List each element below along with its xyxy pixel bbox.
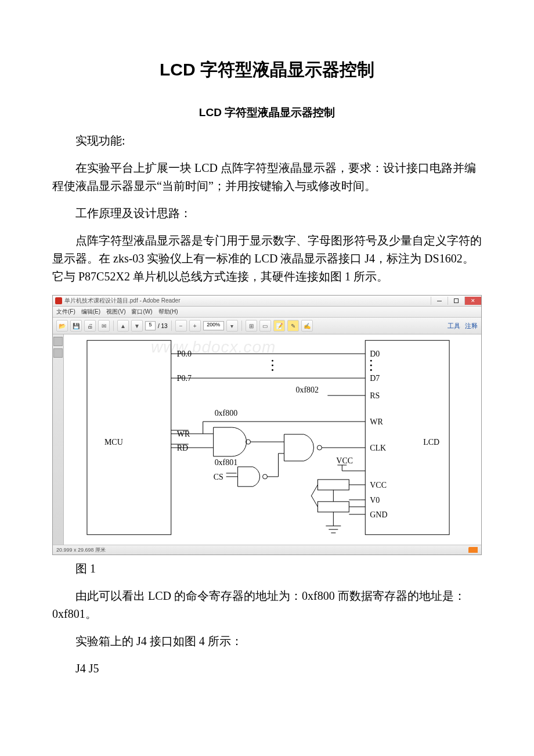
toolbar-page-input[interactable]: 5 bbox=[145, 321, 156, 330]
label-vcc: VCC bbox=[370, 481, 387, 489]
svg-point-4 bbox=[272, 365, 273, 366]
document-main-title: LCD 字符型液晶显示器控制 bbox=[52, 58, 482, 82]
window-maximize-button[interactable] bbox=[448, 297, 464, 305]
label-0xf800: 0xf800 bbox=[215, 409, 238, 417]
svg-point-3 bbox=[272, 360, 273, 362]
paragraph-j4-j5: J4 J5 bbox=[52, 660, 482, 678]
label-0xf801: 0xf801 bbox=[215, 458, 238, 467]
toolbar-sign-icon[interactable]: ✍ bbox=[301, 320, 313, 332]
toolbar-tool-icon[interactable]: ⊞ bbox=[246, 320, 257, 332]
toolbar-tools-link[interactable]: 工具 bbox=[448, 322, 460, 330]
svg-rect-31 bbox=[317, 502, 349, 512]
circuit-svg: MCU LCD P0.0 D0 P0.7 D bbox=[64, 334, 481, 545]
toolbar-zoom-out-icon[interactable]: − bbox=[175, 320, 187, 332]
toolbar-note-icon[interactable]: 📝 bbox=[273, 320, 285, 332]
svg-point-8 bbox=[370, 369, 372, 371]
menu-window[interactable]: 窗口(W) bbox=[131, 308, 152, 316]
menu-view[interactable]: 视图(V) bbox=[106, 308, 125, 316]
toolbar-mail-icon[interactable] bbox=[98, 320, 110, 332]
svg-point-25 bbox=[317, 445, 322, 450]
adobe-titlebar: 单片机技术课程设计题目.pdf - Adobe Reader bbox=[53, 296, 481, 307]
toolbar-next-page-icon[interactable]: ▼ bbox=[131, 320, 143, 332]
adobe-statusbar: 20.999 x 29.698 厘米 bbox=[53, 545, 481, 555]
adobe-app-icon bbox=[55, 297, 62, 304]
document-sub-title: LCD 字符型液晶显示器控制 bbox=[52, 105, 482, 120]
sidebar-bookmark-icon[interactable] bbox=[53, 348, 63, 358]
svg-point-5 bbox=[272, 369, 273, 371]
svg-rect-30 bbox=[317, 480, 349, 490]
svg-point-6 bbox=[370, 360, 372, 362]
label-lcd: LCD bbox=[423, 438, 439, 447]
figure-1-container: 单片机技术课程设计题目.pdf - Adobe Reader 文件(F) 编辑(… bbox=[52, 295, 482, 555]
toolbar-zoom-dropdown-icon[interactable]: ▾ bbox=[226, 320, 238, 332]
paragraph-principle-body: 点阵字符型液晶显示器是专门用于显示数字、字母图形符号及少量自定义字符的显示器。在… bbox=[52, 232, 482, 286]
toolbar-open-icon[interactable]: 📂 bbox=[56, 320, 68, 332]
toolbar-save-icon[interactable] bbox=[70, 320, 82, 332]
adobe-status-text: 20.999 x 29.698 厘米 bbox=[56, 546, 106, 554]
label-rs: RS bbox=[370, 391, 380, 400]
toolbar-print-icon[interactable] bbox=[84, 320, 96, 332]
svg-point-7 bbox=[370, 365, 372, 366]
toolbar-page-total: / 13 bbox=[158, 323, 168, 329]
figure-caption: 图 1 bbox=[52, 560, 482, 578]
toolbar-highlight-icon[interactable]: ✎ bbox=[287, 320, 299, 332]
label-wr-right: WR bbox=[370, 417, 383, 426]
toolbar-zoom-input[interactable]: 200% bbox=[203, 321, 224, 330]
label-0xf802: 0xf802 bbox=[295, 386, 319, 394]
adobe-resize-corner-icon[interactable] bbox=[468, 547, 478, 553]
label-d0: D0 bbox=[370, 350, 380, 358]
svg-line-34 bbox=[311, 485, 317, 496]
paragraph-function-body: 在实验平台上扩展一块 LCD 点阵字符型液晶显示器，要求：设计接口电路并编程使液… bbox=[52, 159, 482, 195]
label-mcu: MCU bbox=[104, 438, 123, 447]
adobe-reader-window: 单片机技术课程设计题目.pdf - Adobe Reader 文件(F) 编辑(… bbox=[52, 295, 482, 555]
menu-edit[interactable]: 编辑(E) bbox=[81, 308, 100, 316]
adobe-content-area: www.bdocx.com MCU LCD P0.0 D0 bbox=[53, 334, 481, 545]
adobe-menubar: 文件(F) 编辑(E) 视图(V) 窗口(W) 帮助(H) bbox=[53, 307, 481, 318]
toolbar-prev-page-icon[interactable]: ▲ bbox=[117, 320, 129, 332]
svg-point-21 bbox=[263, 474, 268, 479]
window-close-button[interactable] bbox=[464, 297, 481, 305]
menu-file[interactable]: 文件(F) bbox=[56, 308, 75, 316]
svg-line-35 bbox=[311, 496, 317, 507]
toolbar-tool-icon[interactable]: ▭ bbox=[259, 320, 271, 332]
label-v0: V0 bbox=[370, 496, 380, 505]
label-clk: CLK bbox=[370, 444, 386, 452]
toolbar-divider bbox=[171, 321, 172, 331]
window-minimize-button[interactable] bbox=[431, 297, 448, 305]
label-gnd: GND bbox=[370, 510, 387, 519]
toolbar-divider bbox=[241, 321, 242, 331]
paragraph-function-heading: 实现功能: bbox=[52, 132, 482, 150]
toolbar-zoom-in-icon[interactable]: + bbox=[189, 320, 201, 332]
menu-help[interactable]: 帮助(H) bbox=[158, 308, 178, 316]
toolbar-divider bbox=[113, 321, 114, 331]
label-vcc-rail: VCC bbox=[336, 456, 353, 465]
label-d7: D7 bbox=[370, 374, 380, 383]
paragraph-principle-heading: 工作原理及设计思路： bbox=[52, 204, 482, 222]
svg-rect-0 bbox=[87, 340, 171, 535]
label-cs: CS bbox=[214, 473, 223, 481]
adobe-toolbar: 📂 ▲ ▼ 5 / 13 − + 200% ▾ ⊞ ▭ bbox=[53, 318, 481, 334]
adobe-sidebar bbox=[53, 334, 64, 545]
adobe-title-text: 单片机技术课程设计题目.pdf - Adobe Reader bbox=[64, 297, 181, 305]
toolbar-comments-link[interactable]: 注释 bbox=[465, 322, 478, 330]
paragraph-j4-intro: 实验箱上的 J4 接口如图 4 所示： bbox=[52, 632, 482, 650]
paragraph-address-info: 由此可以看出 LCD 的命令寄存器的地址为：0xf800 而数据寄存器的地址是：… bbox=[52, 587, 482, 623]
sidebar-thumb-icon[interactable] bbox=[53, 337, 63, 346]
circuit-diagram: www.bdocx.com MCU LCD P0.0 D0 bbox=[64, 334, 481, 545]
